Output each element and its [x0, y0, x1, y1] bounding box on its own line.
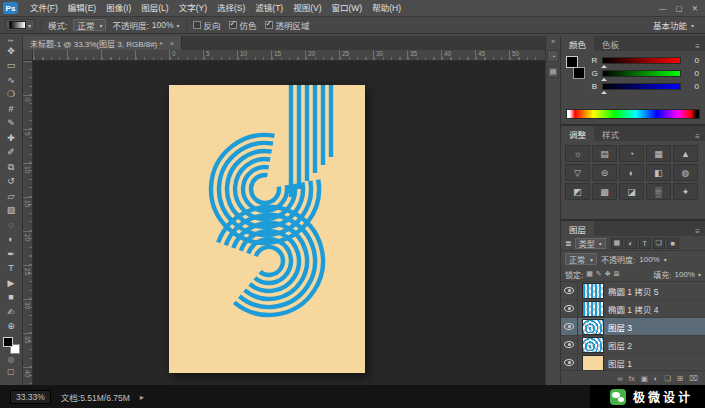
zoom-level-field[interactable]: 33.33%	[10, 390, 51, 404]
expand-panels-button[interactable]: «	[551, 38, 555, 45]
color-swatch-pair[interactable]	[566, 56, 586, 80]
eraser-tool[interactable]: ▱	[2, 189, 21, 204]
adjustment-icon[interactable]: ▽	[565, 164, 590, 181]
foreground-color-swatch[interactable]	[3, 337, 13, 347]
channel-slider[interactable]	[602, 57, 681, 64]
panel-menu-icon[interactable]: ≡	[695, 42, 705, 51]
status-flyout-arrow[interactable]: ▸	[140, 392, 144, 402]
channel-value[interactable]: 0	[685, 56, 699, 65]
window-control-button[interactable]: ✕	[692, 4, 698, 13]
quick-selection-tool[interactable]: ❍	[2, 88, 21, 103]
healing-brush-tool[interactable]: ✚	[2, 131, 21, 146]
eye-icon[interactable]	[564, 287, 574, 294]
adjustment-icon[interactable]: ◩	[565, 183, 590, 200]
adjustment-icon[interactable]: ▲	[673, 145, 698, 162]
vertical-ruler[interactable]: 0510152025303540	[23, 61, 33, 385]
adjustment-icon[interactable]: ▤	[592, 145, 617, 162]
menu-item[interactable]: 窗口(W)	[327, 0, 368, 17]
menu-item[interactable]: 滤镜(T)	[250, 0, 288, 17]
workspace-switcher[interactable]: 基本功能 ▾	[647, 19, 700, 31]
menu-item[interactable]: 视图(V)	[288, 0, 326, 17]
layer-blend-mode-select[interactable]: 正常 ▾	[565, 253, 597, 265]
layer-thumbnail[interactable]	[582, 337, 604, 353]
layer-filter-kind-icon[interactable]: ▦	[611, 238, 623, 249]
channel-value[interactable]: 0	[685, 69, 699, 78]
channel-slider[interactable]	[602, 70, 681, 77]
menu-item[interactable]: 帮助(H)	[367, 0, 406, 17]
filter-type-select[interactable]: 类型 ▾	[575, 238, 606, 249]
color-spectrum-ramp[interactable]	[566, 109, 700, 119]
quick-mask-button[interactable]: ◎	[8, 354, 15, 366]
lock-option-icon[interactable]: ✥	[605, 270, 611, 278]
adjustment-icon[interactable]: ◍	[673, 164, 698, 181]
layer-thumbnail[interactable]	[582, 319, 604, 335]
channel-value[interactable]: 0	[685, 82, 699, 91]
layers-footer-icon[interactable]: ⌧	[689, 374, 698, 383]
layer-row[interactable]: 图层 2	[561, 336, 705, 354]
layer-thumbnail[interactable]	[582, 301, 604, 317]
background-color-swatch[interactable]	[573, 67, 585, 79]
lasso-tool[interactable]: ∿	[2, 73, 21, 88]
panel-menu-icon[interactable]: ≡	[695, 227, 705, 236]
adjustment-icon[interactable]: ▩	[592, 183, 617, 200]
adjustment-icon[interactable]: ✦	[673, 183, 698, 200]
layer-thumbnail[interactable]	[582, 355, 604, 371]
channel-slider[interactable]	[602, 83, 681, 90]
panel-tab[interactable]: 颜色	[561, 36, 594, 51]
menu-item[interactable]: 文字(Y)	[174, 0, 212, 17]
panel-tab-layers[interactable]: 图层	[561, 221, 594, 236]
adjustment-icon[interactable]: ◐	[619, 164, 644, 181]
poster-document[interactable]	[169, 85, 365, 373]
layer-filter-kind-icon[interactable]: T	[639, 238, 651, 249]
menu-item[interactable]: 编辑(E)	[63, 0, 101, 17]
layers-footer-icon[interactable]: ⊞	[677, 374, 683, 383]
lock-option-icon[interactable]: ▦	[586, 270, 593, 278]
menu-item[interactable]: 选择(S)	[212, 0, 250, 17]
shape-tool[interactable]: ■	[2, 291, 21, 306]
clone-stamp-tool[interactable]: ⧉	[2, 160, 21, 175]
menu-item[interactable]: 图像(I)	[101, 0, 136, 17]
horizontal-ruler[interactable]: 05101520253035404550	[33, 50, 545, 61]
checkbox-icon[interactable]	[193, 21, 201, 29]
layer-name[interactable]: 椭圆 1 拷贝 5	[608, 285, 659, 297]
adjustment-icon[interactable]: ▒	[646, 183, 671, 200]
layer-visibility-cell[interactable]	[561, 354, 578, 370]
layers-footer-icon[interactable]: fx	[629, 374, 635, 383]
canvas-viewport[interactable]: 05101520253035404550 0510152025303540	[23, 50, 545, 385]
brush-tool[interactable]: ✐	[2, 146, 21, 161]
window-control-button[interactable]: —	[659, 4, 667, 13]
layer-thumbnail[interactable]	[582, 283, 604, 299]
panel-tab[interactable]: 调整	[561, 126, 594, 141]
layers-footer-icon[interactable]: ❏	[664, 374, 671, 383]
hand-tool[interactable]: ✍	[2, 305, 21, 320]
option-checkbox[interactable]: 透明区域	[265, 19, 310, 31]
layer-row[interactable]: 椭圆 1 拷贝 4	[561, 300, 705, 318]
menu-item[interactable]: 图层(L)	[136, 0, 173, 17]
adjustment-icon[interactable]: ☼	[565, 145, 590, 162]
checkbox-icon[interactable]	[265, 21, 273, 29]
panel-tab[interactable]: 样式	[594, 126, 627, 141]
layer-name[interactable]: 椭圆 1 拷贝 4	[608, 303, 659, 315]
layer-visibility-cell[interactable]	[561, 300, 578, 317]
path-selection-tool[interactable]: ▶	[2, 276, 21, 291]
eye-icon[interactable]	[564, 359, 574, 366]
zoom-tool[interactable]: ⊕	[2, 320, 21, 335]
history-panel-icon[interactable]: ◔	[547, 50, 559, 62]
layer-visibility-cell[interactable]	[561, 318, 578, 335]
eye-icon[interactable]	[564, 323, 574, 330]
layer-filter-kind-icon[interactable]: ■	[667, 238, 679, 249]
type-tool[interactable]: T	[2, 262, 21, 277]
adjustment-icon[interactable]: ⊜	[592, 164, 617, 181]
layers-footer-icon[interactable]: ◐	[654, 374, 659, 383]
blur-tool[interactable]: ◌	[2, 218, 21, 233]
eye-icon[interactable]	[564, 305, 574, 312]
canvas[interactable]	[34, 62, 545, 385]
history-brush-tool[interactable]: ↺	[2, 175, 21, 190]
layer-name[interactable]: 图层 3	[608, 321, 632, 333]
opacity-field[interactable]: 不透明度: 100% ▾	[112, 19, 179, 31]
properties-panel-icon[interactable]: ▤	[547, 66, 559, 78]
option-checkbox[interactable]: 反向	[193, 19, 221, 31]
marquee-tool[interactable]: ▭	[2, 59, 21, 74]
window-control-button[interactable]: ▢	[676, 4, 683, 13]
document-tab[interactable]: 未标题-1 @ 33.3%(图层 3, RGB/8#) * ×	[23, 36, 182, 50]
